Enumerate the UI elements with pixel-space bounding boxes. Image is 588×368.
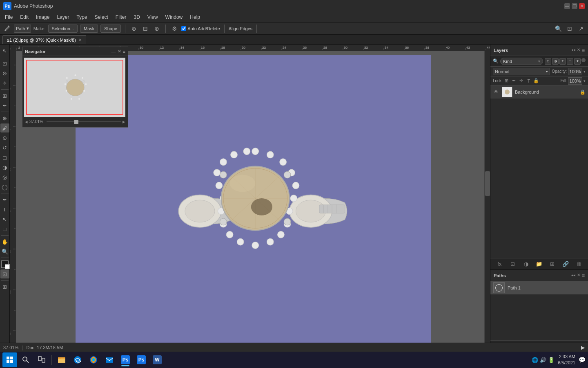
add-layer-button[interactable]: ⊞ [548,260,557,268]
menu-3d[interactable]: 3D [130,13,143,21]
add-fx-button[interactable]: fx [495,260,503,268]
taskbar-task-view[interactable] [34,352,49,367]
menu-window[interactable]: Window [162,13,186,21]
screen-mode[interactable]: ⊞ [0,282,9,291]
lock-pixels-icon[interactable]: ⊞ [503,78,510,84]
layers-menu-icon[interactable]: ≡ [582,47,585,53]
menu-edit[interactable]: Edit [17,13,32,21]
screen-icon[interactable]: ⊡ [565,24,574,33]
path-item-1[interactable]: Path 1 [490,281,588,294]
fill-arrow[interactable]: ▾ [584,79,586,83]
type-filter-icon[interactable]: T [559,58,566,65]
navigator-menu-icon[interactable]: ≡ [123,49,125,54]
menu-view[interactable]: View [144,13,161,21]
blend-mode-dropdown[interactable]: Normal ▾ [493,68,550,75]
pen-tool[interactable]: ✒ [0,195,9,204]
fill-input[interactable]: 100% [568,77,582,85]
distribute-icon[interactable]: ⊟ [141,24,150,33]
layer-item-background[interactable]: 👁 Background 🔒 [490,85,588,99]
menu-layer[interactable]: Layer [53,13,72,21]
navigator-collapse-button[interactable]: — [111,49,116,54]
maximize-button[interactable]: ❐ [572,3,577,9]
lasso-tool[interactable]: ⊝ [0,69,9,78]
search-icon[interactable]: 🔍 [554,24,563,33]
lock-image-icon[interactable]: T [526,78,532,84]
healing-brush-tool[interactable]: ⊕ [0,114,9,123]
menu-type[interactable]: Type [73,13,90,21]
lock-position-icon[interactable]: ✒ [511,78,517,84]
link-layers-button[interactable]: 🔗 [561,260,570,268]
settings-icon[interactable]: ⚙ [170,24,179,33]
gradient-tool[interactable]: ◑ [0,163,9,172]
taskbar-photoshop-2[interactable]: Ps [134,352,149,367]
tab-close-button[interactable]: ✕ [78,38,82,42]
start-button[interactable] [2,352,17,367]
shape-tool[interactable]: □ [0,224,9,233]
layers-close-button[interactable]: ✕ [577,47,580,53]
menu-help[interactable]: Help [187,13,203,21]
menu-file[interactable]: File [2,13,16,21]
zoom-slider-thumb[interactable] [74,120,78,124]
document-tab[interactable]: ≥1 (2).jpeg @ 37% (Quick Mask/8) ✕ [2,35,86,44]
close-button[interactable]: ✕ [579,3,585,9]
tray-volume-icon[interactable]: 🔊 [540,357,546,363]
zoom-tool[interactable]: 🔍 [0,247,9,256]
taskbar-explorer[interactable] [54,352,69,367]
move-tool[interactable]: ↖ [0,46,9,55]
path-selection-tool[interactable]: ↖ [0,215,9,224]
paths-menu-icon[interactable]: ≡ [582,273,585,278]
paths-close-button[interactable]: ✕ [577,273,580,278]
pixel-filter-icon[interactable]: ⊡ [545,58,551,65]
shape-filter-icon[interactable]: □ [567,58,573,65]
filter-toggle[interactable] [581,58,586,62]
lock-artboards-icon[interactable]: ✛ [518,78,525,84]
eyedropper-tool[interactable]: ✒ [0,101,9,110]
align-icon[interactable]: ⊕ [129,24,138,33]
layers-kind-dropdown[interactable]: Kind ▾ [500,58,543,65]
paths-collapse-left[interactable]: ◂◂ [571,273,575,278]
clone-stamp-tool[interactable]: ⊙ [0,133,9,142]
taskbar-edge[interactable] [70,352,85,367]
delete-layer-button[interactable]: 🗑 [575,260,583,268]
mask-button[interactable]: Mask [80,25,98,33]
notification-icon[interactable]: 💬 [579,357,586,363]
foreground-color[interactable] [1,260,9,268]
type-tool[interactable]: T [0,205,9,214]
menu-filter[interactable]: Filter [112,13,130,21]
taskbar-search[interactable] [18,352,33,367]
tray-network-icon[interactable]: 🌐 [532,357,538,363]
taskbar-clock[interactable]: 2:33 AM 6/5/2021 [558,354,575,366]
align-edges-checkbox[interactable]: Align Edges [229,26,253,31]
marquee-tool[interactable]: ⊡ [0,59,9,68]
selection-button[interactable]: Selection... [48,25,78,33]
zoom-in-icon[interactable]: ▸ [122,119,125,125]
opacity-arrow[interactable]: ▾ [584,70,586,74]
smart-filter-icon[interactable]: ★ [574,58,581,65]
hand-tool[interactable]: ✋ [0,237,9,246]
quick-mask-toggle[interactable]: ⊡ [0,269,9,278]
eraser-tool[interactable]: ◻ [0,153,9,162]
shape-button[interactable]: Shape [100,25,121,33]
status-arrow[interactable]: ▶ [581,345,585,350]
path-type-dropdown[interactable]: Path ▾ [14,25,31,33]
taskbar-word[interactable]: W [150,352,165,367]
add-mask-button[interactable]: ⊡ [509,260,517,268]
scrollbar-thumb-v[interactable] [485,171,490,196]
layer-visibility-toggle[interactable]: 👁 [493,89,499,95]
menu-image[interactable]: Image [33,13,53,21]
auto-add-delete-checkbox[interactable]: Auto Add/Delete [181,26,220,31]
magic-wand-tool[interactable]: ✧ [0,79,9,88]
taskbar-photoshop[interactable]: Ps [118,352,133,367]
navigator-preview[interactable] [24,58,125,117]
adjust-filter-icon[interactable]: ◑ [552,58,559,65]
history-brush-tool[interactable]: ↺ [0,143,9,152]
brush-tool[interactable]: 🖌 [0,123,9,132]
taskbar-mail[interactable] [102,352,117,367]
layers-collapse-left[interactable]: ◂◂ [571,47,575,53]
arrangement-icon[interactable]: ⊕ [152,24,161,33]
zoom-slider[interactable] [47,121,121,122]
zoom-out-icon[interactable]: ◂ [25,119,28,125]
share-icon[interactable]: ↗ [577,24,586,33]
add-group-button[interactable]: 📁 [535,260,543,268]
tray-battery-icon[interactable]: 🔋 [548,357,555,363]
